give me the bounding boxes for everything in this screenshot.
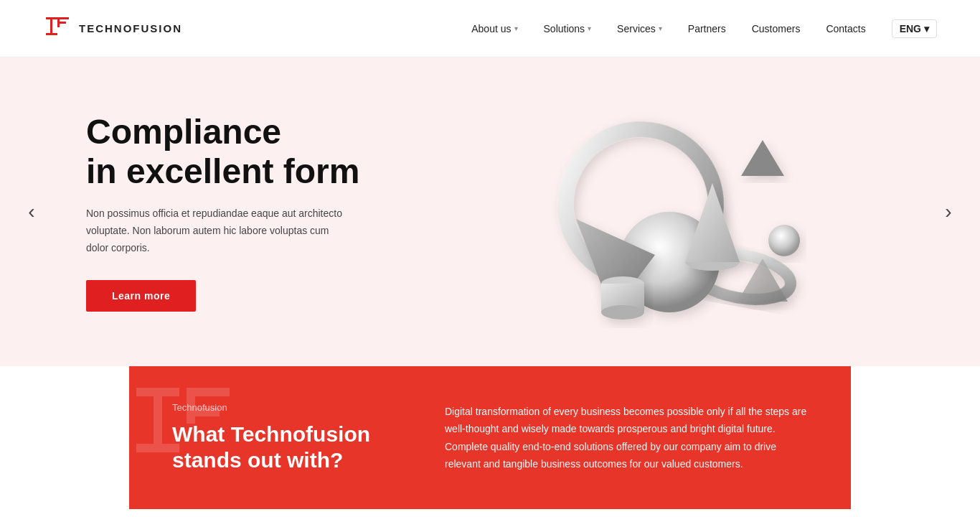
hero-title: Compliance in excellent form bbox=[86, 112, 387, 191]
about-bg-logo bbox=[129, 366, 258, 509]
chevron-down-icon: ▾ bbox=[659, 24, 662, 32]
language-switcher[interactable]: ENG ▾ bbox=[892, 19, 937, 38]
nav-about[interactable]: About us ▾ bbox=[471, 23, 517, 34]
hero-next-button[interactable]: › bbox=[934, 197, 963, 226]
nav-services[interactable]: Services ▾ bbox=[617, 23, 662, 34]
svg-rect-18 bbox=[187, 408, 220, 416]
svg-rect-5 bbox=[46, 33, 57, 35]
small-sphere-shape bbox=[768, 225, 800, 256]
hero-section: ‹ Compliance in excellent form Non possi… bbox=[0, 57, 980, 366]
about-wrapper: Technofusion What Technofusion stands ou… bbox=[0, 366, 980, 509]
nav-solutions[interactable]: Solutions ▾ bbox=[544, 23, 592, 34]
chevron-down-icon: ▾ bbox=[588, 24, 591, 32]
svg-rect-15 bbox=[154, 388, 162, 445]
svg-rect-17 bbox=[187, 388, 195, 424]
svg-rect-1 bbox=[50, 17, 52, 34]
svg-rect-19 bbox=[136, 444, 179, 452]
logo-icon bbox=[43, 14, 72, 43]
dark-triangle-shape bbox=[741, 140, 784, 176]
hero-prev-button[interactable]: ‹ bbox=[17, 197, 46, 226]
svg-rect-4 bbox=[57, 22, 66, 24]
watermark-logo-icon bbox=[129, 381, 244, 495]
nav-customers[interactable]: Customers bbox=[752, 23, 801, 34]
chevron-down-icon: ▾ bbox=[514, 24, 518, 32]
hero-cta-button[interactable]: Learn more bbox=[86, 280, 196, 312]
about-right-column: Digital transformation of every business… bbox=[445, 402, 808, 473]
logo-text: TECHNOFUSION bbox=[79, 22, 182, 34]
about-section: Technofusion What Technofusion stands ou… bbox=[129, 366, 851, 509]
about-description: Digital transformation of every business… bbox=[445, 403, 808, 473]
hero-image bbox=[430, 75, 894, 348]
nav-contacts[interactable]: Contacts bbox=[826, 23, 865, 34]
cylinder-shape bbox=[601, 276, 644, 320]
hero-text-block: Compliance in excellent form Non possimu… bbox=[86, 112, 387, 312]
svg-point-12 bbox=[601, 305, 644, 320]
hero-illustration bbox=[497, 83, 827, 341]
hero-content: Compliance in excellent form Non possimu… bbox=[0, 75, 980, 348]
hero-description: Non possimus officia et repudiandae eaqu… bbox=[86, 205, 344, 256]
header: TECHNOFUSION About us ▾ Solutions ▾ Serv… bbox=[0, 0, 980, 57]
nav-partners[interactable]: Partners bbox=[688, 23, 726, 34]
logo[interactable]: TECHNOFUSION bbox=[43, 14, 182, 43]
chevron-down-icon: ▾ bbox=[924, 23, 929, 34]
main-nav: About us ▾ Solutions ▾ Services ▾ Partne… bbox=[471, 19, 937, 38]
